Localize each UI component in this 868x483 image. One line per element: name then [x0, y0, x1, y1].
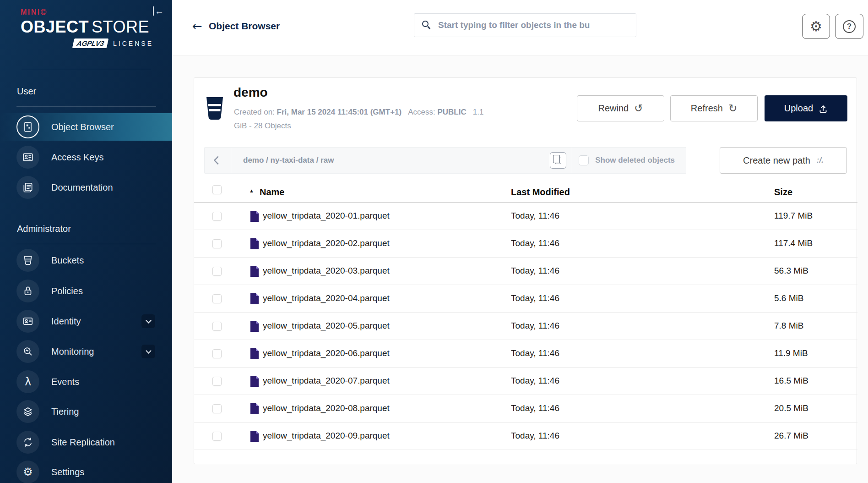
object-name[interactable]: yellow_tripdata_2020-01.parquet — [263, 211, 390, 221]
sidebar-item-label: Site Replication — [51, 437, 115, 448]
sidebar-item-identity[interactable]: Identity — [0, 307, 172, 335]
table-row[interactable]: yellow_tripdata_2020-06.parquet Today, 1… — [194, 340, 857, 368]
table-row[interactable]: yellow_tripdata_2020-04.parquet Today, 1… — [194, 285, 857, 313]
back-arrow-icon[interactable]: ← — [192, 19, 202, 33]
agpl-badge: AGPLV3 — [72, 38, 109, 48]
object-name[interactable]: yellow_tripdata_2020-05.parquet — [263, 321, 390, 331]
sidebar-item-documentation[interactable]: Documentation — [0, 174, 172, 201]
object-name[interactable]: yellow_tripdata_2020-06.parquet — [263, 348, 390, 358]
sidebar-item-tiering[interactable]: Tiering — [0, 398, 172, 425]
row-checkbox[interactable] — [212, 322, 222, 331]
help-button[interactable]: ? — [835, 14, 863, 39]
chevron-down-icon[interactable] — [141, 314, 155, 328]
sidebar-item-buckets[interactable]: Buckets — [0, 247, 172, 274]
sidebar-item-policies[interactable]: Policies — [0, 277, 172, 305]
sidebar-item-access-keys[interactable]: Access Keys — [0, 143, 172, 171]
table-header: ▲ Name Last Modified Size — [194, 183, 857, 203]
sidebar-item-site-replication[interactable]: Site Replication — [0, 428, 172, 456]
file-icon — [250, 348, 259, 360]
column-header-size[interactable]: Size — [774, 187, 792, 198]
object-name[interactable]: yellow_tripdata_2020-04.parquet — [263, 293, 390, 303]
table-row[interactable]: yellow_tripdata_2020-02.parquet Today, 1… — [194, 230, 857, 258]
sidebar-item-events[interactable]: λ Events — [0, 368, 172, 395]
sidebar-item-label: Documentation — [51, 182, 113, 193]
column-header-last-modified[interactable]: Last Modified — [511, 187, 570, 198]
object-size: 5.6 MiB — [774, 293, 803, 303]
monitoring-icon — [16, 340, 39, 363]
row-checkbox[interactable] — [212, 267, 222, 276]
sidebar-item-monitoring[interactable]: Monitoring — [0, 338, 172, 365]
divider — [572, 147, 572, 174]
search-input[interactable] — [414, 13, 636, 37]
copy-path-button[interactable] — [550, 152, 566, 169]
page-title: Object Browser — [209, 21, 280, 32]
policies-icon — [16, 280, 39, 302]
object-name[interactable]: yellow_tripdata_2020-08.parquet — [263, 403, 390, 413]
row-checkbox[interactable] — [212, 212, 222, 221]
rewind-icon: ↺ — [634, 103, 643, 114]
refresh-button[interactable]: Refresh↻ — [670, 95, 758, 121]
file-icon — [250, 238, 259, 250]
table-row[interactable]: yellow_tripdata_2020-08.parquet Today, 1… — [194, 395, 857, 423]
table-row[interactable]: yellow_tripdata_2020-05.parquet Today, 1… — [194, 313, 857, 340]
object-name[interactable]: yellow_tripdata_2020-02.parquet — [263, 238, 390, 248]
divider — [22, 69, 151, 69]
table-row[interactable]: yellow_tripdata_2020-09.parquet Today, 1… — [194, 423, 857, 450]
object-name[interactable]: yellow_tripdata_2020-09.parquet — [263, 431, 390, 441]
sort-ascending-icon[interactable]: ▲ — [249, 188, 254, 193]
select-all-checkbox[interactable] — [212, 185, 222, 194]
tiering-icon — [16, 400, 39, 423]
breadcrumb-back-button[interactable] — [205, 148, 231, 173]
column-header-name[interactable]: Name — [260, 187, 284, 198]
row-checkbox[interactable] — [212, 404, 222, 413]
minio-logo: MINIO OBJECTSTORE AGPLV3 LICENSE — [21, 8, 153, 48]
row-checkbox[interactable] — [212, 294, 222, 303]
show-deleted-label: Show deleted objects — [595, 156, 686, 165]
object-name[interactable]: yellow_tripdata_2020-07.parquet — [263, 376, 390, 386]
create-new-path-button[interactable]: Create new path:/. — [720, 147, 847, 174]
file-icon — [250, 210, 259, 222]
row-checkbox[interactable] — [212, 349, 222, 358]
chevron-down-icon[interactable] — [141, 345, 155, 358]
bucket-icon — [206, 96, 224, 121]
sidebar-item-label: Object Browser — [51, 122, 114, 132]
bucket-meta-line1: Created on: Fri, Mar 15 2024 11:45:01 (G… — [234, 105, 483, 119]
file-icon — [250, 375, 259, 387]
object-size: 16.5 MiB — [774, 376, 808, 386]
table-row[interactable]: yellow_tripdata_2020-07.parquet Today, 1… — [194, 368, 857, 395]
file-icon — [250, 293, 259, 305]
object-last-modified: Today, 11:46 — [511, 431, 559, 441]
upload-button[interactable]: Upload — [765, 95, 847, 121]
bucket-card: demo Created on: Fri, Mar 15 2024 11:45:… — [194, 77, 857, 464]
object-size: 26.7 MiB — [774, 431, 808, 441]
object-last-modified: Today, 11:46 — [511, 376, 559, 386]
show-deleted-checkbox[interactable] — [579, 155, 589, 165]
sidebar-item-label: Buckets — [51, 255, 84, 266]
object-last-modified: Today, 11:46 — [511, 266, 559, 276]
minio-console: ← MINIO OBJECTSTORE AGPLV3 LICENSE User … — [0, 0, 868, 483]
row-checkbox[interactable] — [212, 239, 222, 248]
path-bar: demo / ny-taxi-data / raw Show deleted o… — [204, 147, 686, 174]
identity-icon — [16, 310, 39, 333]
table-row[interactable]: yellow_tripdata_2020-03.parquet Today, 1… — [194, 258, 857, 285]
sidebar-collapse-icon[interactable]: ← — [153, 6, 164, 16]
sidebar-item-object-browser[interactable]: Object Browser — [0, 113, 172, 141]
help-icon: ? — [843, 20, 856, 33]
object-last-modified: Today, 11:46 — [511, 403, 559, 413]
sidebar-item-label: Monitoring — [51, 346, 94, 357]
sidebar-item-settings[interactable]: ⚙ Settings — [0, 458, 172, 483]
object-browser-icon — [16, 115, 39, 138]
settings-button[interactable]: ⚙ — [802, 14, 830, 39]
object-list: yellow_tripdata_2020-01.parquet Today, 1… — [194, 203, 857, 450]
main-content: demo Created on: Fri, Mar 15 2024 11:45:… — [172, 55, 868, 483]
rewind-button[interactable]: Rewind↺ — [577, 95, 664, 121]
upload-icon — [819, 104, 828, 113]
row-checkbox[interactable] — [212, 432, 222, 441]
table-row[interactable]: yellow_tripdata_2020-01.parquet Today, 1… — [194, 203, 857, 230]
sidebar-item-label: Policies — [51, 286, 83, 296]
row-checkbox[interactable] — [212, 377, 222, 386]
breadcrumb[interactable]: demo / ny-taxi-data / raw — [231, 156, 550, 165]
object-name[interactable]: yellow_tripdata_2020-03.parquet — [263, 266, 390, 276]
settings-gear-icon: ⚙ — [16, 461, 39, 483]
file-icon — [250, 265, 259, 277]
